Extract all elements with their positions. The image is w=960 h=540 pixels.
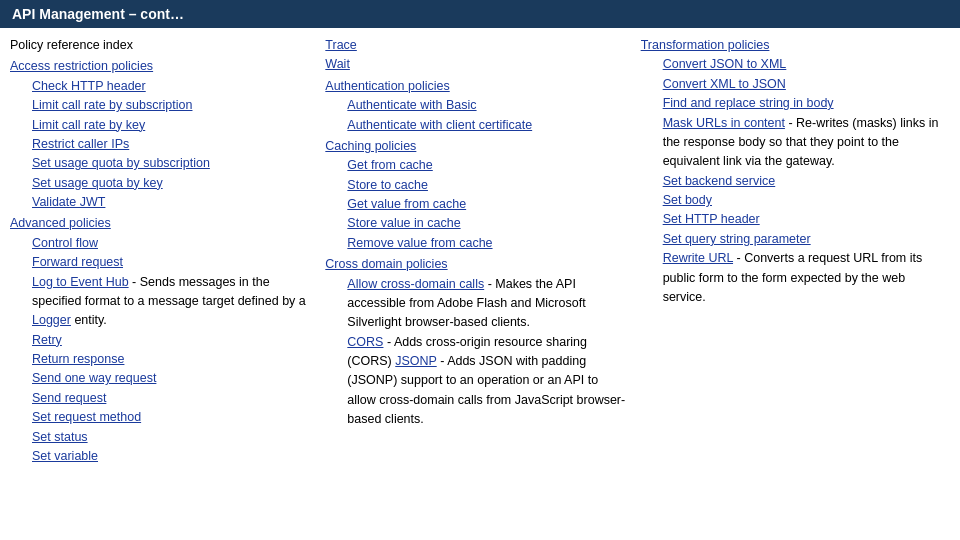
advanced-policies-link[interactable]: Advanced policies bbox=[10, 216, 111, 230]
advanced-policies-items: Control flow Forward request Log to Even… bbox=[10, 234, 313, 467]
set-usage-quota-key-link[interactable]: Set usage quota by key bbox=[32, 176, 163, 190]
authenticate-basic-link[interactable]: Authenticate with Basic bbox=[347, 98, 476, 112]
remove-value-from-cache-link[interactable]: Remove value from cache bbox=[347, 236, 492, 250]
access-restriction-section: Access restriction policies Check HTTP h… bbox=[10, 57, 313, 212]
title-text: API Management – cont… bbox=[12, 6, 184, 22]
access-restriction-items: Check HTTP header Limit call rate by sub… bbox=[10, 77, 313, 213]
check-http-header-link[interactable]: Check HTTP header bbox=[32, 79, 146, 93]
transformation-items: Convert JSON to XML Convert XML to JSON … bbox=[641, 55, 944, 307]
trace-link[interactable]: Trace bbox=[325, 38, 357, 52]
restrict-caller-ips-link[interactable]: Restrict caller IPs bbox=[32, 137, 129, 151]
trace-wait-items: Trace Wait bbox=[325, 36, 628, 75]
content-area: Policy reference index Access restrictio… bbox=[0, 28, 960, 534]
authenticate-cert-link[interactable]: Authenticate with client certificate bbox=[347, 118, 532, 132]
cross-domain-policies-link[interactable]: Cross domain policies bbox=[325, 257, 447, 271]
set-http-header-link[interactable]: Set HTTP header bbox=[663, 212, 760, 226]
authentication-policies-link[interactable]: Authentication policies bbox=[325, 79, 449, 93]
validate-jwt-link[interactable]: Validate JWT bbox=[32, 195, 105, 209]
get-value-from-cache-link[interactable]: Get value from cache bbox=[347, 197, 466, 211]
caching-items: Get from cache Store to cache Get value … bbox=[325, 156, 628, 253]
column-2: Trace Wait Authentication policies Authe… bbox=[319, 36, 634, 526]
cross-domain-items: Allow cross-domain calls - Makes the API… bbox=[325, 275, 628, 430]
authentication-items: Authenticate with Basic Authenticate wit… bbox=[325, 96, 628, 135]
advanced-policies-section: Advanced policies Control flow Forward r… bbox=[10, 214, 313, 466]
retry-link[interactable]: Retry bbox=[32, 333, 62, 347]
transformation-section: Transformation policies Convert JSON to … bbox=[641, 36, 944, 307]
logger-link[interactable]: Logger bbox=[32, 313, 71, 327]
set-usage-quota-sub-link[interactable]: Set usage quota by subscription bbox=[32, 156, 210, 170]
authentication-section: Authentication policies Authenticate wit… bbox=[325, 77, 628, 135]
wait-link[interactable]: Wait bbox=[325, 57, 350, 71]
convert-xml-json-link[interactable]: Convert XML to JSON bbox=[663, 77, 786, 91]
access-restriction-link[interactable]: Access restriction policies bbox=[10, 59, 153, 73]
rewrite-url-link[interactable]: Rewrite URL bbox=[663, 251, 733, 265]
control-flow-link[interactable]: Control flow bbox=[32, 236, 98, 250]
set-variable-link[interactable]: Set variable bbox=[32, 449, 98, 463]
policy-reference-header: Policy reference index bbox=[10, 36, 313, 55]
column-1: Policy reference index Access restrictio… bbox=[10, 36, 319, 526]
get-from-cache-link[interactable]: Get from cache bbox=[347, 158, 432, 172]
store-to-cache-link[interactable]: Store to cache bbox=[347, 178, 428, 192]
jsonp-link[interactable]: JSONP bbox=[395, 354, 436, 368]
send-one-way-request-link[interactable]: Send one way request bbox=[32, 371, 156, 385]
limit-call-rate-sub-link[interactable]: Limit call rate by subscription bbox=[32, 98, 192, 112]
caching-policies-link[interactable]: Caching policies bbox=[325, 139, 416, 153]
caching-section: Caching policies Get from cache Store to… bbox=[325, 137, 628, 253]
set-request-method-link[interactable]: Set request method bbox=[32, 410, 141, 424]
return-response-link[interactable]: Return response bbox=[32, 352, 124, 366]
set-status-link[interactable]: Set status bbox=[32, 430, 88, 444]
send-request-link[interactable]: Send request bbox=[32, 391, 106, 405]
limit-call-rate-key-link[interactable]: Limit call rate by key bbox=[32, 118, 145, 132]
forward-request-link[interactable]: Forward request bbox=[32, 255, 123, 269]
store-value-in-cache-link[interactable]: Store value in cache bbox=[347, 216, 460, 230]
mask-urls-link[interactable]: Mask URLs in content bbox=[663, 116, 785, 130]
set-backend-service-link[interactable]: Set backend service bbox=[663, 174, 776, 188]
allow-cross-domain-link[interactable]: Allow cross-domain calls bbox=[347, 277, 484, 291]
column-3: Transformation policies Convert JSON to … bbox=[635, 36, 950, 526]
transformation-policies-link[interactable]: Transformation policies bbox=[641, 38, 770, 52]
set-query-string-link[interactable]: Set query string parameter bbox=[663, 232, 811, 246]
cors-link[interactable]: CORS bbox=[347, 335, 383, 349]
cross-domain-section: Cross domain policies Allow cross-domain… bbox=[325, 255, 628, 429]
find-replace-link[interactable]: Find and replace string in body bbox=[663, 96, 834, 110]
logger-after: entity. bbox=[71, 313, 107, 327]
log-to-event-hub-link[interactable]: Log to Event Hub bbox=[32, 275, 129, 289]
convert-json-xml-link[interactable]: Convert JSON to XML bbox=[663, 57, 787, 71]
title-bar: API Management – cont… bbox=[0, 0, 960, 28]
set-body-link[interactable]: Set body bbox=[663, 193, 712, 207]
